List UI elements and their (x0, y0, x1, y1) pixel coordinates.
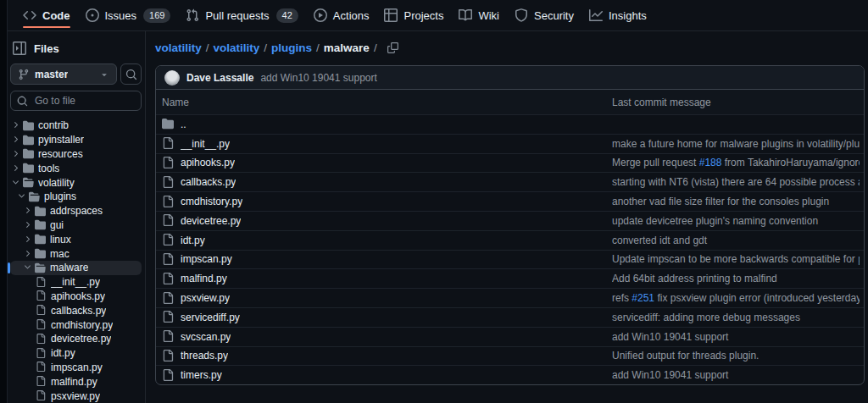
avatar[interactable] (164, 70, 180, 86)
commit-message[interactable]: add Win10 19041 support (260, 72, 376, 84)
tree-item-malware[interactable]: malware (10, 261, 142, 275)
last-commit-message-cell[interactable]: another vad file size filter for the con… (612, 196, 860, 207)
tree-item-idt-py[interactable]: idt.py (10, 346, 142, 361)
tree-item-addrspaces[interactable]: addrspaces (10, 204, 142, 218)
last-commit-message-cell[interactable]: add Win10 19041 support (612, 331, 860, 343)
file-name-cell: impscan.py (160, 253, 612, 266)
tree-item-contrib[interactable]: contrib (10, 119, 142, 133)
file-name-link[interactable]: impscan.py (181, 253, 232, 265)
commit-author[interactable]: Dave Lassalle (186, 72, 253, 84)
issue-link[interactable]: #188 (699, 157, 722, 168)
branch-selector[interactable]: master (10, 63, 117, 85)
last-commit-message-cell[interactable]: converted idt and gdt (612, 235, 860, 246)
table-icon (384, 8, 398, 22)
file-row-impscan-py[interactable]: impscan.pyUpdate impscan to be more back… (156, 250, 864, 269)
breadcrumb-separator: / (316, 41, 320, 54)
folder-icon (23, 120, 34, 131)
file-row--[interactable]: .. (156, 114, 864, 134)
file-name-link[interactable]: servicediff.py (181, 312, 240, 323)
file-name-link[interactable]: threads.py (181, 350, 228, 362)
file-name-link[interactable]: psxview.py (181, 292, 230, 304)
commit-message-text: servicediff: adding more debug messages (612, 312, 800, 323)
tree-item-malfind-py[interactable]: malfind.py (10, 374, 142, 389)
tree-item-apihooks-py[interactable]: apihooks.py (10, 290, 142, 304)
nav-tab-issues[interactable]: Issues169 (78, 0, 179, 30)
file-name-cell: psxview.py (160, 292, 612, 305)
latest-commit-bar[interactable]: Dave Lassalle add Win10 19041 support (156, 66, 864, 90)
graph-icon (589, 8, 603, 22)
file-row-timers-py[interactable]: timers.pyadd Win10 19041 support (156, 365, 864, 384)
file-name-link[interactable]: __init__.py (181, 138, 230, 150)
file-icon (36, 290, 47, 301)
tree-item-impscan-py[interactable]: impscan.py (10, 361, 142, 375)
tree-item-devicetree-py[interactable]: devicetree.py (10, 332, 142, 346)
tree-item-volatility[interactable]: volatility (10, 175, 142, 190)
last-commit-message-cell[interactable]: servicediff: adding more debug messages (612, 312, 860, 323)
last-commit-message-cell[interactable]: Unified output for threads plugin. (612, 350, 860, 362)
last-commit-message-cell[interactable]: make a future home for malware plugins i… (612, 138, 860, 150)
tree-item-callbacks-py[interactable]: callbacks.py (10, 303, 142, 317)
commit-message-text: from TakahiroHaruyama/ignore_fake_ret (721, 157, 860, 168)
file-name-link[interactable]: .. (181, 119, 186, 130)
tree-item-resources[interactable]: resources (10, 147, 142, 162)
file-row-cmdhistory-py[interactable]: cmdhistory.pyanother vad file size filte… (156, 191, 864, 211)
tree-item-psxview-py[interactable]: psxview.py (10, 389, 142, 403)
nav-tab-counter: 42 (276, 8, 298, 23)
last-commit-message-cell[interactable]: Update impscan to be more backwards comp… (612, 253, 860, 265)
file-name-link[interactable]: svcscan.py (181, 331, 231, 343)
nav-tab-pull-requests[interactable]: Pull requests42 (178, 0, 305, 30)
file-row-threads-py[interactable]: threads.pyUnified output for threads plu… (156, 346, 864, 366)
file-icon (36, 376, 47, 387)
tree-item-mac[interactable]: mac (10, 246, 142, 261)
file-name-link[interactable]: idt.py (181, 235, 205, 246)
nav-tab-projects[interactable]: Projects (376, 0, 451, 30)
search-repo-button[interactable] (120, 63, 142, 85)
file-icon (36, 362, 47, 373)
file-row-malfind-py[interactable]: malfind.pyAdd 64bit address printing to … (156, 268, 864, 288)
file-name-link[interactable]: apihooks.py (181, 157, 235, 168)
nav-tab-wiki[interactable]: Wiki (451, 0, 507, 30)
last-commit-message-cell[interactable]: Merge pull request #188 from TakahiroHar… (612, 157, 860, 168)
book-icon (459, 8, 472, 22)
file-row-idt-py[interactable]: idt.pyconverted idt and gdt (156, 230, 864, 250)
file-row-svcscan-py[interactable]: svcscan.pyadd Win10 19041 support (156, 327, 864, 346)
file-name-link[interactable]: cmdhistory.py (181, 196, 242, 207)
go-to-file-field[interactable] (10, 91, 142, 111)
file-row-psxview-py[interactable]: psxview.pyrefs #251 fix psxview plugin e… (156, 288, 864, 307)
file-name-link[interactable]: timers.py (181, 369, 222, 381)
go-to-file-input[interactable] (33, 94, 135, 108)
last-commit-message-cell[interactable]: refs #251 fix psxview plugin error (intr… (612, 292, 860, 304)
tree-item-linux[interactable]: linux (10, 232, 142, 246)
file-row--init-py[interactable]: __init__.pymake a future home for malwar… (156, 134, 864, 153)
file-name-link[interactable]: devicetree.py (181, 215, 241, 227)
last-commit-message-cell[interactable]: starting with NT6 (vista) there are 64 p… (612, 176, 860, 188)
chevron-down-icon (23, 262, 33, 273)
repo-nav-items: CodeIssues169Pull requests42ActionsProje… (15, 0, 654, 30)
commit-message-text: fix psxview plugin error (introduced yes… (654, 292, 860, 304)
nav-tab-actions[interactable]: Actions (306, 0, 377, 30)
issue-link[interactable]: #251 (632, 292, 654, 304)
breadcrumb-link-volatility[interactable]: volatility (155, 41, 202, 54)
file-name-link[interactable]: callbacks.py (181, 176, 236, 188)
last-commit-message-cell[interactable]: update devicetree plugin's naming conven… (612, 215, 860, 227)
tree-item-plugins[interactable]: plugins (10, 190, 142, 204)
file-row-callbacks-py[interactable]: callbacks.pystarting with NT6 (vista) th… (156, 172, 864, 191)
breadcrumb-link-volatility[interactable]: volatility (214, 41, 260, 54)
tree-item-tools[interactable]: tools (10, 161, 142, 175)
breadcrumb-link-plugins[interactable]: plugins (271, 41, 312, 54)
tree-item--init-py[interactable]: __init__.py (10, 275, 142, 290)
file-row-servicediff-py[interactable]: servicediff.pyservicediff: adding more d… (156, 307, 864, 327)
copy-path-button[interactable] (386, 41, 400, 55)
file-row-apihooks-py[interactable]: apihooks.pyMerge pull request #188 from … (156, 153, 864, 173)
last-commit-message-cell[interactable]: add Win10 19041 support (612, 369, 860, 381)
tree-item-gui[interactable]: gui (10, 218, 142, 233)
collapse-sidebar-icon[interactable] (13, 41, 26, 55)
last-commit-message-cell[interactable]: Add 64bit address printing to malfind (612, 273, 860, 284)
nav-tab-security[interactable]: Security (507, 0, 581, 30)
tree-item-cmdhistory-py[interactable]: cmdhistory.py (10, 317, 142, 332)
file-row-devicetree-py[interactable]: devicetree.pyupdate devicetree plugin's … (156, 211, 864, 230)
file-name-link[interactable]: malfind.py (181, 273, 227, 284)
nav-tab-code[interactable]: Code (15, 0, 78, 30)
tree-item-pyinstaller[interactable]: pyinstaller (10, 133, 142, 147)
nav-tab-insights[interactable]: Insights (581, 0, 654, 30)
